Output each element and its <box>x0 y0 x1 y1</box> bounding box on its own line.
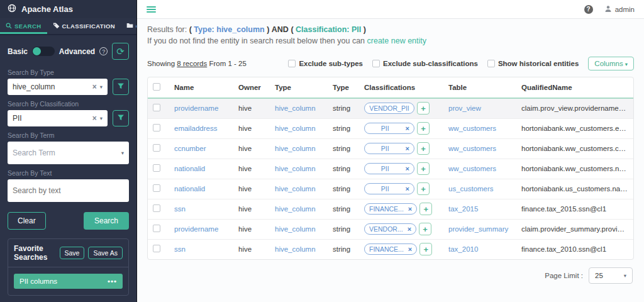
classification-tag[interactable]: PII × <box>364 163 414 174</box>
remove-classification-icon[interactable]: × <box>406 145 409 152</box>
entity-type-link[interactable]: hive_column <box>275 245 316 253</box>
remove-classification-icon[interactable]: × <box>408 245 412 253</box>
add-classification-button[interactable]: + <box>417 142 430 155</box>
classification-tag[interactable]: PII × <box>364 143 414 154</box>
create-new-entity-link[interactable]: create new entity <box>367 36 427 45</box>
row-checkbox[interactable] <box>153 245 160 252</box>
text-search-input[interactable] <box>13 186 124 195</box>
entity-type-link[interactable]: hive_column <box>275 145 316 152</box>
term-select[interactable]: Search Term ▾ <box>8 142 129 164</box>
classification-caret-icon[interactable]: ▾ <box>100 115 103 121</box>
row-checkbox[interactable] <box>153 144 160 152</box>
select-all-checkbox[interactable] <box>153 83 160 91</box>
table-header-row: Name Owner Type Type Classifications Tab… <box>148 77 633 98</box>
show-historical-checkbox[interactable] <box>487 60 495 67</box>
app-window: Apache Atlas SEARCH CLASSIFICATION GLOSS… <box>0 0 644 302</box>
entity-name-link[interactable]: nationalid <box>174 165 205 172</box>
table-row: nationalid hive hive_column string PII ×… <box>148 159 633 179</box>
entity-type-link[interactable]: hive_column <box>275 205 316 213</box>
classification-tag[interactable]: VENDOR... × <box>364 223 416 235</box>
exclude-subtypes-checkbox[interactable] <box>288 60 296 67</box>
remove-classification-icon[interactable]: × <box>408 205 412 213</box>
row-checkbox[interactable] <box>153 124 160 131</box>
tab-classification[interactable]: CLASSIFICATION <box>47 18 121 34</box>
tab-search[interactable]: SEARCH <box>0 18 47 34</box>
exclude-subtypes-option[interactable]: Exclude sub-types <box>288 60 363 67</box>
refresh-button[interactable]: ⟳ <box>112 43 129 60</box>
clear-button[interactable]: Clear <box>8 212 46 230</box>
row-checkbox[interactable] <box>153 184 160 192</box>
entity-name-link[interactable]: emailaddress <box>174 125 217 132</box>
show-historical-option[interactable]: Show historical entities <box>487 60 579 67</box>
classification-attribute-filter-button[interactable] <box>113 110 129 126</box>
table-link[interactable]: ww_customers <box>448 145 496 152</box>
classification-tag[interactable]: PII × <box>364 123 414 134</box>
basic-advanced-toggle[interactable] <box>32 47 55 56</box>
search-button[interactable]: Search <box>84 212 129 230</box>
clear-classification-icon[interactable]: × <box>92 114 97 123</box>
remove-classification-icon[interactable]: × <box>408 225 411 233</box>
add-classification-button[interactable]: + <box>417 122 430 135</box>
clear-type-icon[interactable]: × <box>92 82 97 91</box>
remove-classification-icon[interactable]: × <box>406 125 409 132</box>
menu-icon[interactable] <box>147 5 156 14</box>
row-checkbox[interactable] <box>153 204 160 212</box>
datatype-cell: string <box>333 125 350 132</box>
user-menu[interactable]: admin <box>604 5 635 14</box>
favorite-options-icon[interactable]: ••• <box>108 277 117 285</box>
search-panel: Basic Advanced ? ⟳ Search By Type × ▾ Se… <box>0 35 136 302</box>
add-classification-button[interactable]: + <box>419 203 432 215</box>
table-link[interactable]: prov_view <box>448 104 481 112</box>
save-button[interactable]: Save <box>60 247 85 259</box>
type-attribute-filter-button[interactable] <box>113 79 129 95</box>
classification-tag[interactable]: PII × <box>364 183 414 194</box>
add-classification-button[interactable]: + <box>417 162 430 175</box>
classification-tag[interactable]: VENDOR_PII × <box>364 103 414 114</box>
table-link[interactable]: ww_customers <box>448 165 496 172</box>
page-limit-select[interactable]: 25 ▾ <box>589 267 633 284</box>
table-link[interactable]: provider_summary <box>448 225 508 233</box>
table-link[interactable]: tax_2015 <box>448 205 478 213</box>
entity-name-link[interactable]: ssn <box>174 205 186 213</box>
type-select[interactable]: × ▾ <box>8 79 108 95</box>
entity-name-link[interactable]: providername <box>174 225 218 233</box>
add-classification-button[interactable]: + <box>417 102 430 115</box>
favorite-search-item[interactable]: PII columns ••• <box>14 274 123 289</box>
help-icon[interactable]: ? <box>584 5 593 14</box>
classification-tag[interactable]: FINANCE... × <box>364 243 417 255</box>
exclude-subclassifications-option[interactable]: Exclude sub-classifications <box>372 60 478 67</box>
entity-type-link[interactable]: hive_column <box>275 125 316 132</box>
records-link[interactable]: 8 records <box>177 60 207 67</box>
classification-select[interactable]: × ▾ <box>8 110 108 126</box>
remove-classification-icon[interactable]: × <box>406 165 409 172</box>
entity-name-link[interactable]: nationalid <box>174 185 205 193</box>
term-caret-icon[interactable]: ▾ <box>121 150 124 156</box>
columns-dropdown-button[interactable]: Columns▾ <box>588 57 634 70</box>
entity-name-link[interactable]: ccnumber <box>174 145 206 152</box>
table-link[interactable]: ww_customers <box>448 125 496 132</box>
classification-select-input[interactable] <box>13 114 92 123</box>
add-classification-button[interactable]: + <box>419 223 431 235</box>
type-caret-icon[interactable]: ▾ <box>100 84 103 90</box>
entity-type-link[interactable]: hive_column <box>275 185 316 193</box>
row-checkbox[interactable] <box>153 225 160 232</box>
entity-type-link[interactable]: hive_column <box>275 225 316 233</box>
tab-glossary[interactable]: GLOSSARY <box>121 18 137 34</box>
exclude-subclassifications-checkbox[interactable] <box>372 60 380 67</box>
entity-type-link[interactable]: hive_column <box>275 165 316 172</box>
table-link[interactable]: tax_2010 <box>448 245 478 253</box>
entity-name-link[interactable]: providername <box>174 104 218 112</box>
table-link[interactable]: us_customers <box>448 185 494 193</box>
entity-name-link[interactable]: ssn <box>174 245 186 253</box>
row-checkbox[interactable] <box>153 164 160 172</box>
entity-type-link[interactable]: hive_column <box>275 104 316 112</box>
type-select-input[interactable] <box>13 82 92 91</box>
text-search-box[interactable] <box>8 179 129 202</box>
add-classification-button[interactable]: + <box>419 243 432 255</box>
row-checkbox[interactable] <box>153 104 160 111</box>
classification-tag[interactable]: FINANCE... × <box>364 203 417 215</box>
advanced-help-icon[interactable]: ? <box>99 47 108 55</box>
save-as-button[interactable]: Save As <box>88 247 123 259</box>
remove-classification-icon[interactable]: × <box>406 185 409 193</box>
add-classification-button[interactable]: + <box>417 182 430 195</box>
